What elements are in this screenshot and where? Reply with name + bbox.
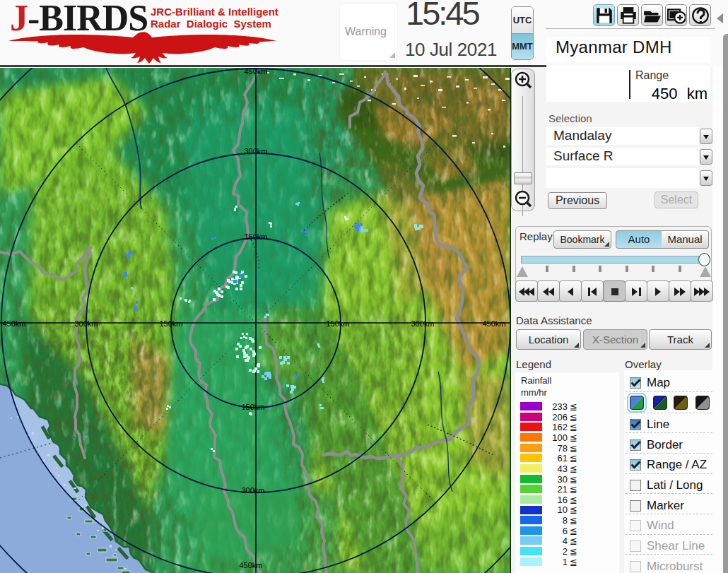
svg-text:300km: 300km xyxy=(74,319,98,328)
svg-text:450km: 450km xyxy=(244,68,267,76)
svg-text:150km: 150km xyxy=(244,232,267,241)
svg-text:300km: 300km xyxy=(411,319,434,328)
svg-text:150km: 150km xyxy=(241,403,264,411)
svg-text:150km: 150km xyxy=(159,319,182,328)
svg-text:300km: 300km xyxy=(244,147,267,155)
svg-text:450km: 450km xyxy=(482,319,505,328)
svg-text:450km: 450km xyxy=(2,319,25,328)
svg-text:150km: 150km xyxy=(326,319,349,328)
svg-text:300km: 300km xyxy=(241,486,264,495)
svg-text:450km: 450km xyxy=(239,561,262,569)
